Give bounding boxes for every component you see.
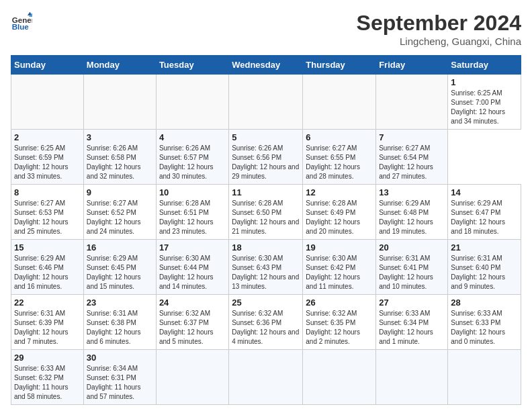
day-info: Sunrise: 6:26 AMSunset: 6:56 PMDaylight:… [232,144,300,181]
month-title: September 2024 [357,11,521,36]
calendar-cell: 22 Sunrise: 6:31 AMSunset: 6:39 PMDaylig… [11,295,84,350]
day-info: Sunrise: 6:29 AMSunset: 6:48 PMDaylight:… [379,199,445,236]
calendar-cell [156,350,228,405]
day-number: 8 [14,187,81,197]
calendar-cell: 19 Sunrise: 6:30 AMSunset: 6:42 PMDaylig… [303,240,376,295]
calendar-cell: 10 Sunrise: 6:28 AMSunset: 6:51 PMDaylig… [156,185,228,240]
day-info: Sunrise: 6:30 AMSunset: 6:42 PMDaylight:… [306,254,373,291]
calendar-week-4: 15 Sunrise: 6:29 AMSunset: 6:46 PMDaylig… [11,240,521,295]
calendar-cell: 16 Sunrise: 6:29 AMSunset: 6:45 PMDaylig… [83,240,156,295]
day-info: Sunrise: 6:34 AMSunset: 6:31 PMDaylight:… [87,364,153,402]
logo-icon: General Blue [11,11,32,32]
day-number: 21 [451,242,518,253]
svg-text:Blue: Blue [12,23,30,31]
day-info: Sunrise: 6:28 AMSunset: 6:49 PMDaylight:… [306,199,373,236]
calendar-cell: 26 Sunrise: 6:32 AMSunset: 6:35 PMDaylig… [303,295,376,350]
col-header-wednesday: Wednesday [229,56,303,75]
day-info: Sunrise: 6:33 AMSunset: 6:34 PMDaylight:… [379,309,445,347]
day-info: Sunrise: 6:30 AMSunset: 6:44 PMDaylight:… [159,254,226,291]
calendar-cell: 15 Sunrise: 6:29 AMSunset: 6:46 PMDaylig… [11,240,84,295]
calendar-cell: 11 Sunrise: 6:28 AMSunset: 6:50 PMDaylig… [229,185,303,240]
calendar-cell: 27 Sunrise: 6:33 AMSunset: 6:34 PMDaylig… [376,295,448,350]
day-number: 5 [232,132,300,142]
calendar-cell: 20 Sunrise: 6:31 AMSunset: 6:41 PMDaylig… [376,240,448,295]
calendar-cell: 17 Sunrise: 6:30 AMSunset: 6:44 PMDaylig… [156,240,228,295]
day-number: 27 [379,298,445,308]
calendar-cell [376,350,448,405]
col-header-tuesday: Tuesday [156,56,228,75]
day-info: Sunrise: 6:28 AMSunset: 6:50 PMDaylight:… [232,199,300,236]
calendar-cell [303,350,376,405]
day-number: 15 [14,242,81,253]
day-number: 19 [306,242,373,253]
calendar-cell: 12 Sunrise: 6:28 AMSunset: 6:49 PMDaylig… [303,185,376,240]
calendar-cell [229,350,303,405]
calendar-cell: 3 Sunrise: 6:26 AMSunset: 6:58 PMDayligh… [83,130,156,185]
day-number: 2 [14,132,81,142]
day-info: Sunrise: 6:32 AMSunset: 6:37 PMDaylight:… [159,309,226,347]
day-info: Sunrise: 6:26 AMSunset: 6:57 PMDaylight:… [159,144,226,181]
day-info: Sunrise: 6:32 AMSunset: 6:35 PMDaylight:… [306,309,373,347]
day-number: 26 [306,298,373,308]
day-number: 1 [451,77,518,87]
calendar-cell: 5 Sunrise: 6:26 AMSunset: 6:56 PMDayligh… [229,130,303,185]
calendar-cell: 9 Sunrise: 6:27 AMSunset: 6:52 PMDayligh… [83,185,156,240]
calendar-cell: 28 Sunrise: 6:33 AMSunset: 6:33 PMDaylig… [448,295,521,350]
day-number: 23 [87,298,153,308]
col-header-thursday: Thursday [303,56,376,75]
day-number: 22 [14,298,81,308]
day-info: Sunrise: 6:26 AMSunset: 6:58 PMDaylight:… [87,144,153,181]
calendar-cell: 23 Sunrise: 6:31 AMSunset: 6:38 PMDaylig… [83,295,156,350]
col-header-friday: Friday [376,56,448,75]
day-number: 24 [159,298,226,308]
calendar-cell: 8 Sunrise: 6:27 AMSunset: 6:53 PMDayligh… [11,185,84,240]
day-info: Sunrise: 6:27 AMSunset: 6:52 PMDaylight:… [87,199,153,236]
calendar-cell [448,350,521,405]
day-number: 4 [159,132,226,142]
day-number: 16 [87,242,153,253]
title-block: September 2024 Lingcheng, Guangxi, China [357,11,521,47]
day-number: 13 [379,187,445,197]
day-info: Sunrise: 6:33 AMSunset: 6:33 PMDaylight:… [451,309,518,347]
calendar-cell: 30 Sunrise: 6:34 AMSunset: 6:31 PMDaylig… [83,350,156,405]
calendar-cell [303,75,376,130]
day-info: Sunrise: 6:25 AMSunset: 7:00 PMDaylight:… [451,89,518,126]
day-info: Sunrise: 6:25 AMSunset: 6:59 PMDaylight:… [14,144,81,181]
day-number: 29 [14,353,81,363]
day-number: 12 [306,187,373,197]
day-info: Sunrise: 6:31 AMSunset: 6:38 PMDaylight:… [87,309,153,347]
logo: General Blue [11,11,32,32]
day-info: Sunrise: 6:31 AMSunset: 6:39 PMDaylight:… [14,309,81,347]
calendar-cell [376,75,448,130]
calendar-cell [156,75,228,130]
day-info: Sunrise: 6:29 AMSunset: 6:46 PMDaylight:… [14,254,81,291]
calendar-cell: 25 Sunrise: 6:32 AMSunset: 6:36 PMDaylig… [229,295,303,350]
calendar-week-5: 22 Sunrise: 6:31 AMSunset: 6:39 PMDaylig… [11,295,521,350]
calendar-cell [83,75,156,130]
calendar-cell: 6 Sunrise: 6:27 AMSunset: 6:55 PMDayligh… [303,130,376,185]
day-info: Sunrise: 6:30 AMSunset: 6:43 PMDaylight:… [232,254,300,291]
location: Lingcheng, Guangxi, China [357,36,521,47]
day-number: 30 [87,353,153,363]
day-info: Sunrise: 6:31 AMSunset: 6:41 PMDaylight:… [379,254,445,291]
calendar-cell [11,75,84,130]
day-info: Sunrise: 6:29 AMSunset: 6:45 PMDaylight:… [87,254,153,291]
calendar-cell [229,75,303,130]
day-info: Sunrise: 6:29 AMSunset: 6:47 PMDaylight:… [451,199,518,236]
calendar-cell: 13 Sunrise: 6:29 AMSunset: 6:48 PMDaylig… [376,185,448,240]
calendar-cell: 2 Sunrise: 6:25 AMSunset: 6:59 PMDayligh… [11,130,84,185]
calendar-week-3: 8 Sunrise: 6:27 AMSunset: 6:53 PMDayligh… [11,185,521,240]
day-info: Sunrise: 6:31 AMSunset: 6:40 PMDaylight:… [451,254,518,291]
calendar-week-6: 29 Sunrise: 6:33 AMSunset: 6:32 PMDaylig… [11,350,521,405]
calendar-cell: 29 Sunrise: 6:33 AMSunset: 6:32 PMDaylig… [11,350,84,405]
calendar-cell: 24 Sunrise: 6:32 AMSunset: 6:37 PMDaylig… [156,295,228,350]
day-info: Sunrise: 6:27 AMSunset: 6:53 PMDaylight:… [14,199,81,236]
calendar-cell: 4 Sunrise: 6:26 AMSunset: 6:57 PMDayligh… [156,130,228,185]
calendar-week-2: 2 Sunrise: 6:25 AMSunset: 6:59 PMDayligh… [11,130,521,185]
calendar-cell: 1 Sunrise: 6:25 AMSunset: 7:00 PMDayligh… [448,75,521,130]
day-number: 3 [87,132,153,142]
calendar-header-row: SundayMondayTuesdayWednesdayThursdayFrid… [11,56,521,75]
col-header-monday: Monday [83,56,156,75]
day-number: 7 [379,132,445,142]
day-info: Sunrise: 6:28 AMSunset: 6:51 PMDaylight:… [159,199,226,236]
